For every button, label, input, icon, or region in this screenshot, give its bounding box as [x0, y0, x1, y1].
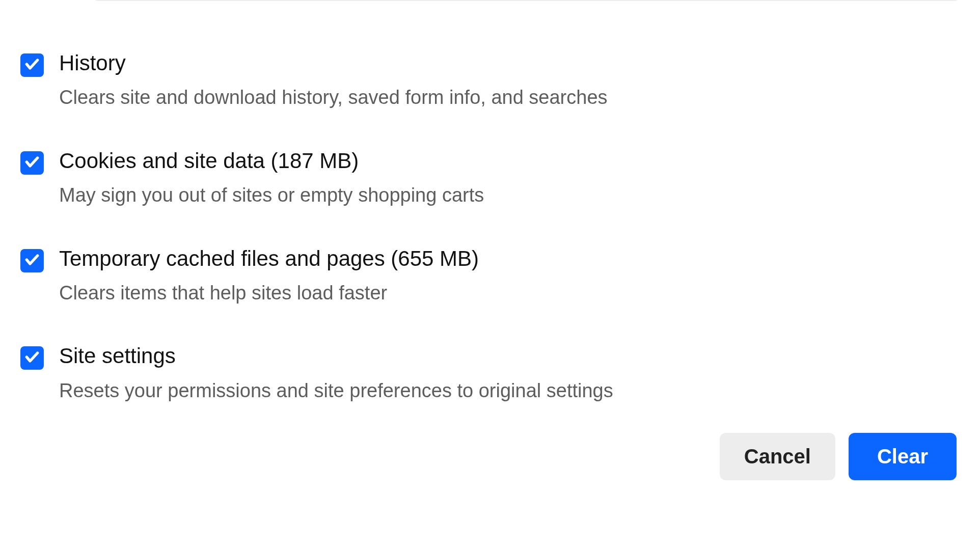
clear-data-dialog: When: Last hour History Clears site and … — [0, 0, 980, 480]
option-cache: Temporary cached files and pages (655 MB… — [20, 247, 960, 305]
option-description: Resets your permissions and site prefere… — [59, 379, 613, 403]
option-history: History Clears site and download history… — [20, 51, 960, 109]
options-list: History Clears site and download history… — [20, 51, 960, 402]
option-text: Site settings Resets your permissions an… — [59, 344, 613, 402]
checkbox-history[interactable] — [20, 53, 44, 77]
checkbox-site-settings[interactable] — [20, 346, 44, 370]
when-label: When: — [20, 0, 81, 3]
option-description: May sign you out of sites or empty shopp… — [59, 184, 484, 207]
option-text: History Clears site and download history… — [59, 51, 608, 109]
checkbox-cache[interactable] — [20, 249, 44, 272]
option-title: Temporary cached files and pages (655 MB… — [59, 247, 479, 270]
option-description: Clears site and download history, saved … — [59, 86, 608, 109]
checkmark-icon — [24, 56, 40, 74]
button-row: Cancel Clear — [20, 433, 960, 480]
when-select[interactable]: Last hour — [93, 0, 960, 1]
option-site-settings: Site settings Resets your permissions an… — [20, 344, 960, 402]
option-title: History — [59, 51, 608, 75]
clear-button[interactable]: Clear — [849, 433, 957, 480]
option-title: Cookies and site data (187 MB) — [59, 149, 484, 173]
checkmark-icon — [24, 154, 40, 172]
option-title: Site settings — [59, 344, 613, 368]
checkbox-cookies[interactable] — [20, 151, 44, 175]
checkmark-icon — [24, 252, 40, 270]
cancel-button[interactable]: Cancel — [720, 433, 835, 480]
option-text: Cookies and site data (187 MB) May sign … — [59, 149, 484, 207]
option-description: Clears items that help sites load faster — [59, 282, 479, 305]
checkmark-icon — [24, 349, 40, 367]
when-row: When: Last hour — [20, 0, 960, 3]
option-cookies: Cookies and site data (187 MB) May sign … — [20, 149, 960, 207]
option-text: Temporary cached files and pages (655 MB… — [59, 247, 479, 305]
